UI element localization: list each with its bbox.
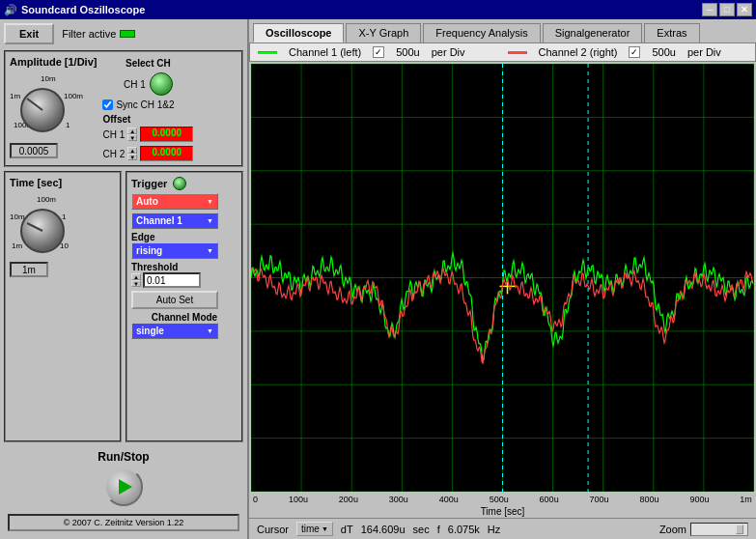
title-bar: 🔊 Soundcard Oszilloscope ─ □ ✕ xyxy=(0,0,756,19)
trigger-mode-dropdown[interactable]: Auto ▼ xyxy=(131,193,218,210)
oscilloscope-canvas xyxy=(251,64,754,492)
sync-checkbox-input[interactable] xyxy=(102,99,113,110)
ch2-color-line xyxy=(508,51,527,54)
runstop-label: Run/Stop xyxy=(98,450,149,464)
ch1-label: CH 1 xyxy=(124,79,146,90)
amplitude-value: 0.0005 xyxy=(10,143,58,158)
runstop-section: Run/Stop xyxy=(4,446,243,510)
x-tick-3: 300u xyxy=(389,495,408,504)
f-unit: Hz xyxy=(488,524,500,535)
maximize-button[interactable]: □ xyxy=(719,3,735,16)
time-knob[interactable]: 100m 1 10 1m 10m xyxy=(10,192,83,262)
cursor-row: Cursor time ▼ dT 164.609u sec f 6.075k H… xyxy=(249,518,756,539)
ch1-offset-label: CH 1 xyxy=(102,129,125,140)
close-button[interactable]: ✕ xyxy=(737,3,752,16)
time-title: Time [sec] xyxy=(10,177,116,188)
tab-frequency-analysis[interactable]: Frequency Analysis xyxy=(423,23,540,43)
x-axis-label: Time [sec] xyxy=(249,505,756,518)
tab-signalgenerator[interactable]: Signalgenerator xyxy=(543,23,643,43)
ch1-per-div-value: 500u xyxy=(396,46,419,58)
f-label: f xyxy=(437,524,440,535)
ch1-offset-down[interactable]: ▼ xyxy=(127,134,137,141)
trigger-channel-dropdown[interactable]: Channel 1 ▼ xyxy=(131,213,218,229)
ch1-led xyxy=(150,72,173,96)
runstop-button[interactable] xyxy=(104,468,143,506)
svg-text:100m: 100m xyxy=(64,92,83,100)
select-ch-label: Select CH xyxy=(126,58,171,69)
ch2-checkbox[interactable]: ✓ xyxy=(629,46,640,58)
x-tick-0: 0 xyxy=(253,495,258,504)
x-tick-1: 100u xyxy=(289,495,308,504)
ch2-offset-down[interactable]: ▼ xyxy=(127,154,137,160)
filter-active-led xyxy=(120,30,135,38)
svg-text:1: 1 xyxy=(66,121,70,129)
zoom-area: Zoom xyxy=(659,523,748,536)
ch2-offset-label: CH 2 xyxy=(102,149,125,159)
filter-active-label: Filter active xyxy=(62,28,116,40)
cursor-label: Cursor xyxy=(257,524,289,535)
edge-dropdown[interactable]: rising ▼ xyxy=(131,242,218,259)
ch2-per-div-label: per Div xyxy=(687,46,721,58)
amplitude-title: Amplitude [1/Div] xyxy=(10,56,97,68)
tab-extras[interactable]: Extras xyxy=(644,23,699,43)
time-value: 1m xyxy=(10,262,48,277)
app-icon: 🔊 xyxy=(4,4,17,16)
ch1-offset-value[interactable]: 0.0000 xyxy=(140,127,193,142)
exit-button[interactable]: Exit xyxy=(4,23,54,44)
svg-text:10m: 10m xyxy=(10,213,25,221)
trigger-led xyxy=(173,177,186,190)
ch1-offset-up[interactable]: ▲ xyxy=(127,128,137,134)
x-tick-6: 600u xyxy=(540,495,559,504)
ch2-offset-up[interactable]: ▲ xyxy=(127,147,137,154)
ch2-offset-value[interactable]: 0.0000 xyxy=(140,146,193,161)
ch1-per-div-label: per Div xyxy=(432,46,465,58)
x-tick-9: 900u xyxy=(689,495,709,504)
dt-value: 164.609u xyxy=(361,524,406,535)
channel-mode-label: Channel Mode xyxy=(131,312,238,323)
svg-text:1m: 1m xyxy=(12,241,22,250)
f-value: 6.075k xyxy=(448,524,480,535)
dt-unit: sec xyxy=(413,524,430,535)
amplitude-knob[interactable]: 10m 100m 1 100u 1m xyxy=(10,71,87,141)
edge-label: Edge xyxy=(131,232,238,242)
x-axis-ticks: 0 100u 200u 300u 400u 500u 600u 700u 800… xyxy=(249,494,756,505)
dt-label: dT xyxy=(341,524,353,535)
tab-xy-graph[interactable]: X-Y Graph xyxy=(346,23,421,43)
autoset-button[interactable]: Auto Set xyxy=(131,291,218,309)
threshold-up[interactable]: ▲ xyxy=(131,273,141,280)
amplitude-section: Amplitude [1/Div] 10m 100m 1 100u 1m xyxy=(4,50,243,167)
play-icon xyxy=(119,479,132,495)
sync-label: Sync CH 1&2 xyxy=(116,99,174,110)
threshold-label: Threshold xyxy=(131,262,238,272)
zoom-slider[interactable] xyxy=(690,523,748,536)
threshold-down[interactable]: ▼ xyxy=(131,280,141,287)
svg-text:10: 10 xyxy=(60,241,69,250)
trigger-section: Trigger Auto ▼ Channel 1 ▼ Edge rising ▼ xyxy=(126,171,243,442)
copyright: © 2007 C. Zeitnitz Version 1.22 xyxy=(8,514,239,531)
x-tick-8: 800u xyxy=(639,495,658,504)
tab-oscilloscope[interactable]: Oscilloscope xyxy=(253,23,344,43)
time-section: Time [sec] 100m 1 10 1m 10m xyxy=(4,171,122,442)
offset-label: Offset xyxy=(102,114,193,125)
tabs-row: Oscilloscope X-Y Graph Frequency Analysi… xyxy=(249,19,756,43)
x-tick-5: 500u xyxy=(490,495,509,504)
right-panel: Oscilloscope X-Y Graph Frequency Analysi… xyxy=(249,19,756,539)
cursor-mode-dropdown[interactable]: time ▼ xyxy=(296,522,333,536)
channel-row: Channel 1 (left) ✓ 500u per Div Channel … xyxy=(249,43,756,62)
x-tick-10: 1m xyxy=(740,495,752,504)
zoom-thumb[interactable] xyxy=(736,525,743,534)
ch1-color-line xyxy=(258,51,277,54)
oscilloscope-canvas-area xyxy=(251,64,754,492)
x-tick-7: 700u xyxy=(590,495,609,504)
sync-checkbox[interactable]: Sync CH 1&2 xyxy=(102,99,193,110)
cursor-dropdown-arrow: ▼ xyxy=(322,525,328,532)
ch1-checkbox[interactable]: ✓ xyxy=(373,46,384,58)
threshold-input[interactable] xyxy=(143,272,201,288)
x-tick-2: 200u xyxy=(339,495,358,504)
ch2-per-div-value: 500u xyxy=(652,46,675,58)
channel-mode-dropdown[interactable]: single ▼ xyxy=(131,323,218,339)
minimize-button[interactable]: ─ xyxy=(702,3,717,16)
left-panel: Exit Filter active Amplitude [1/Div] 10m… xyxy=(0,19,249,539)
svg-text:100m: 100m xyxy=(37,195,56,204)
ch1-channel-label: Channel 1 (left) xyxy=(289,46,361,58)
